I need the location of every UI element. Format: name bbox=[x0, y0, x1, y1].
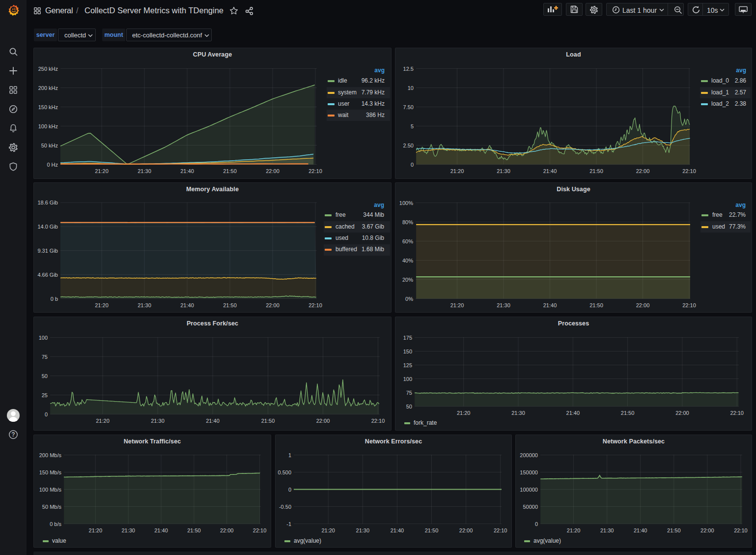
svg-text:175: 175 bbox=[403, 335, 412, 341]
svg-text:21:50: 21:50 bbox=[621, 410, 635, 416]
svg-text:22:10: 22:10 bbox=[682, 302, 696, 308]
svg-text:22:10: 22:10 bbox=[371, 418, 385, 424]
svg-text:50: 50 bbox=[42, 373, 48, 379]
svg-text:21:20: 21:20 bbox=[96, 418, 110, 424]
svg-text:150000: 150000 bbox=[520, 469, 538, 475]
svg-text:5: 5 bbox=[411, 123, 414, 129]
svg-text:20%: 20% bbox=[402, 277, 413, 283]
svg-text:80%: 80% bbox=[402, 219, 413, 225]
svg-text:21:30: 21:30 bbox=[511, 410, 525, 416]
svg-text:150: 150 bbox=[403, 349, 412, 354]
svg-text:-1: -1 bbox=[286, 521, 291, 527]
svg-text:22:00: 22:00 bbox=[316, 418, 330, 424]
svg-text:100 kHz: 100 kHz bbox=[38, 123, 58, 129]
svg-text:21:20: 21:20 bbox=[95, 302, 109, 308]
svg-text:100: 100 bbox=[39, 335, 48, 341]
svg-text:75: 75 bbox=[42, 354, 48, 360]
svg-text:0: 0 bbox=[288, 487, 291, 493]
svg-text:21:50: 21:50 bbox=[589, 168, 603, 174]
svg-text:100: 100 bbox=[403, 376, 412, 382]
svg-text:21:50: 21:50 bbox=[261, 418, 275, 424]
svg-text:25: 25 bbox=[42, 392, 48, 398]
svg-text:21:50: 21:50 bbox=[187, 527, 201, 533]
svg-text:21:20: 21:20 bbox=[95, 168, 109, 174]
svg-text:21:40: 21:40 bbox=[566, 410, 580, 416]
svg-text:9.31 Gib: 9.31 Gib bbox=[37, 248, 58, 254]
svg-text:21:50: 21:50 bbox=[223, 302, 237, 308]
svg-text:4.66 Gib: 4.66 Gib bbox=[37, 272, 58, 278]
svg-text:22:00: 22:00 bbox=[266, 168, 280, 174]
svg-text:21:40: 21:40 bbox=[154, 527, 168, 533]
svg-text:21:40: 21:40 bbox=[543, 302, 557, 308]
svg-text:100%: 100% bbox=[399, 200, 413, 206]
svg-text:150 Mb/s: 150 Mb/s bbox=[39, 469, 62, 475]
svg-text:22:10: 22:10 bbox=[682, 168, 696, 174]
svg-text:150 kHz: 150 kHz bbox=[38, 104, 58, 110]
svg-text:21:20: 21:20 bbox=[89, 527, 103, 533]
svg-text:60%: 60% bbox=[402, 238, 413, 244]
svg-text:21:30: 21:30 bbox=[600, 527, 614, 533]
svg-text:?: ? bbox=[11, 431, 15, 438]
svg-text:21:30: 21:30 bbox=[121, 527, 135, 533]
svg-text:22:00: 22:00 bbox=[700, 527, 714, 533]
svg-text:21:30: 21:30 bbox=[356, 527, 370, 533]
svg-text:100 Mb/s: 100 Mb/s bbox=[39, 487, 62, 493]
svg-text:0: 0 bbox=[45, 411, 48, 417]
svg-text:250 kHz: 250 kHz bbox=[38, 66, 58, 72]
svg-text:2.50: 2.50 bbox=[403, 143, 414, 148]
svg-text:21:30: 21:30 bbox=[138, 302, 151, 308]
svg-text:50 Mb/s: 50 Mb/s bbox=[42, 504, 62, 510]
svg-text:21:20: 21:20 bbox=[321, 527, 335, 533]
svg-text:21:40: 21:40 bbox=[180, 168, 194, 174]
svg-text:22:10: 22:10 bbox=[308, 302, 322, 308]
svg-text:21:40: 21:40 bbox=[180, 302, 194, 308]
svg-text:75: 75 bbox=[406, 390, 412, 396]
svg-text:21:50: 21:50 bbox=[589, 302, 603, 308]
svg-text:21:20: 21:20 bbox=[450, 302, 464, 308]
svg-text:22:00: 22:00 bbox=[220, 527, 234, 533]
svg-text:0%: 0% bbox=[405, 296, 413, 302]
svg-text:21:30: 21:30 bbox=[151, 418, 165, 424]
svg-text:21:50: 21:50 bbox=[667, 527, 681, 533]
svg-text:22:00: 22:00 bbox=[266, 302, 280, 308]
svg-text:21:30: 21:30 bbox=[497, 302, 510, 308]
svg-text:21:20: 21:20 bbox=[450, 168, 464, 174]
svg-text:21:20: 21:20 bbox=[567, 527, 581, 533]
svg-text:14.0 Gib: 14.0 Gib bbox=[37, 224, 58, 230]
svg-text:21:30: 21:30 bbox=[497, 168, 510, 174]
svg-text:0 b/s: 0 b/s bbox=[50, 521, 61, 527]
svg-text:100000: 100000 bbox=[520, 487, 538, 493]
svg-text:0 b: 0 b bbox=[51, 296, 58, 302]
svg-text:22:00: 22:00 bbox=[675, 410, 689, 416]
svg-text:18.6 Gib: 18.6 Gib bbox=[37, 200, 58, 205]
svg-text:200 kHz: 200 kHz bbox=[38, 85, 58, 91]
svg-text:50000: 50000 bbox=[523, 504, 538, 510]
svg-text:21:50: 21:50 bbox=[425, 527, 439, 533]
svg-text:200000: 200000 bbox=[520, 452, 538, 458]
svg-text:22:10: 22:10 bbox=[734, 527, 748, 533]
svg-text:22:00: 22:00 bbox=[636, 302, 650, 308]
svg-text:0: 0 bbox=[535, 521, 538, 527]
svg-text:125: 125 bbox=[403, 362, 412, 368]
svg-text:22:00: 22:00 bbox=[459, 527, 473, 533]
svg-text:10: 10 bbox=[408, 85, 414, 91]
svg-text:21:40: 21:40 bbox=[543, 168, 557, 174]
svg-text:-0.50: -0.50 bbox=[279, 504, 291, 510]
svg-text:1: 1 bbox=[288, 452, 291, 458]
svg-text:0: 0 bbox=[411, 162, 414, 168]
svg-text:22:10: 22:10 bbox=[494, 527, 507, 533]
svg-text:21:40: 21:40 bbox=[634, 527, 647, 533]
svg-text:12.5: 12.5 bbox=[403, 66, 414, 72]
svg-text:21:40: 21:40 bbox=[206, 418, 220, 424]
svg-text:21:40: 21:40 bbox=[391, 527, 404, 533]
svg-text:0.500: 0.500 bbox=[278, 469, 291, 475]
svg-text:50: 50 bbox=[406, 404, 412, 409]
svg-text:21:30: 21:30 bbox=[138, 168, 151, 174]
svg-text:0 Hz: 0 Hz bbox=[47, 162, 58, 168]
svg-text:7.50: 7.50 bbox=[403, 104, 414, 110]
svg-text:22:00: 22:00 bbox=[636, 168, 650, 174]
svg-text:22:10: 22:10 bbox=[308, 168, 322, 174]
svg-text:50 kHz: 50 kHz bbox=[41, 143, 58, 148]
svg-text:40%: 40% bbox=[402, 258, 413, 263]
svg-text:21:50: 21:50 bbox=[223, 168, 237, 174]
